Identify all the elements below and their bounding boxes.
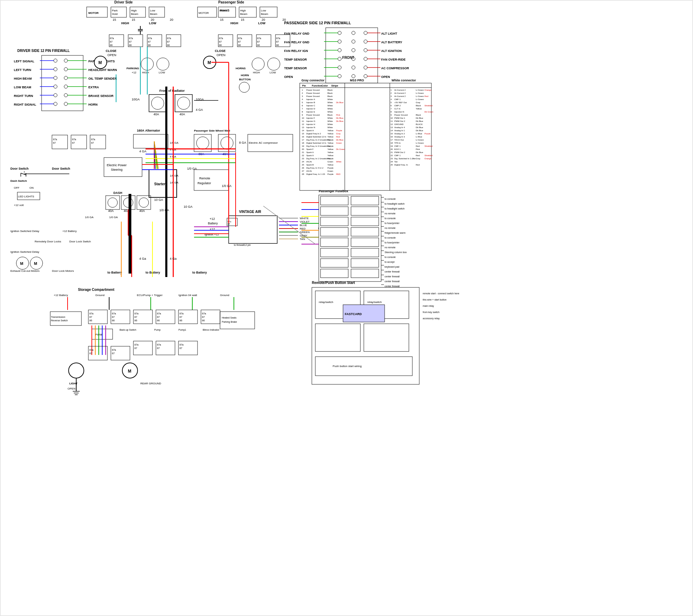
wiring-diagram [0,0,693,616]
